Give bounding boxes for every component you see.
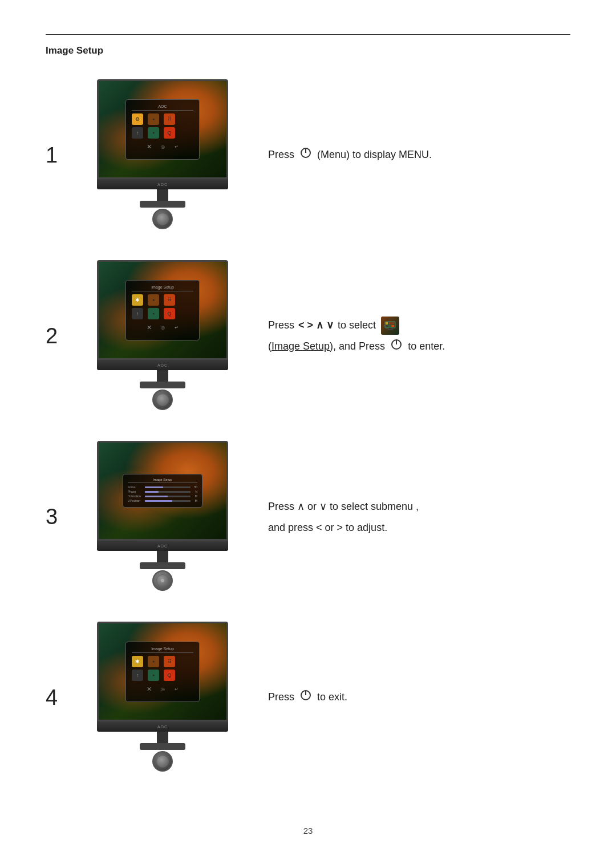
menu-icon-2-6: ▪ — [148, 308, 159, 319]
menu-overlay-3: Image Setup Focus 50 Phase N — [99, 443, 226, 539]
monitor-screen-inner-1: AOC ⚙ ▪ ⠿ ↑ ▪ Q — [99, 81, 226, 177]
step3-line2: and press < or > to adjust. — [268, 520, 570, 536]
step-image-1: AOC ⚙ ▪ ⠿ ↑ ▪ Q — [91, 79, 234, 232]
menu-panel-1: AOC ⚙ ▪ ⠿ ↑ ▪ Q — [125, 99, 200, 160]
monitor-screen-4: Image Setup ✱ ▪ ⠿ ↑ ▪ Q — [97, 622, 228, 721]
menu-icon-2-3: ⠿ — [164, 294, 175, 306]
step-description-4: Press to exit. — [268, 689, 570, 707]
monitor-button-inner-4 — [156, 755, 169, 768]
monitor-brand-3: AOC — [157, 544, 168, 548]
step2-enter: to enter. — [408, 340, 445, 352]
monitor-neck-1 — [157, 189, 168, 201]
bar-row-1: Focus 50 — [128, 485, 197, 489]
monitor-button-3 — [152, 570, 173, 591]
monitor-bottom-bar-3: AOC — [97, 541, 228, 551]
menu-icon-2: ▪ — [148, 113, 159, 125]
power-icon-1 — [299, 147, 312, 164]
step-number-4: 4 — [46, 685, 91, 710]
monitor-button-wrap-2 — [91, 390, 234, 410]
bar-val-3: M — [192, 494, 197, 498]
menu-overlay-2: Image Setup ✱ ▪ ⠿ ↑ ▪ Q — [99, 262, 226, 358]
monitor-button-wrap-1 — [91, 209, 234, 229]
step-image-2: Image Setup ✱ ▪ ⠿ ↑ ▪ Q — [91, 260, 234, 412]
monitor-button-inner-1 — [156, 213, 169, 225]
menu-icon-2-2: ▪ — [148, 294, 159, 306]
monitor-bottom-bar-4: AOC — [97, 721, 228, 732]
step-description-1: Press (Menu) to display MENU. — [268, 147, 570, 164]
monitor-button-wrap-3 — [91, 570, 234, 591]
menu-header-4: Image Setup — [132, 647, 193, 653]
monitor-neck-4 — [157, 732, 168, 743]
monitor-base-3 — [140, 562, 185, 569]
menu-icon-2-circle: ◎ — [157, 322, 168, 334]
menu-icon-arrow: ↵ — [171, 141, 182, 153]
step-number-1: 1 — [46, 143, 91, 168]
inline-img-icon-overlay — [381, 317, 399, 335]
image-setup-inline-icon — [381, 317, 399, 335]
menu-icon-2-arrow: ↵ — [171, 322, 182, 334]
svg-rect-3 — [386, 322, 388, 324]
monitor-neck-2 — [157, 370, 168, 382]
monitor-screen-inner-2: Image Setup ✱ ▪ ⠿ ↑ ▪ Q — [99, 262, 226, 358]
nav-lt: < > ∧ ∨ — [298, 319, 337, 331]
menu-icon-2-7: Q — [164, 308, 175, 319]
monitor-brand-4: AOC — [157, 725, 168, 729]
monitor-neck-3 — [157, 551, 168, 562]
step2-line1: Press < > ∧ ∨ to select — [268, 317, 570, 335]
page-number: 23 — [303, 826, 313, 835]
step2-line2: (Image Setup), and Press to enter. — [268, 338, 570, 356]
monitor-wrap-1: AOC ⚙ ▪ ⠿ ↑ ▪ Q — [91, 79, 234, 229]
menu-icon-2-5: ↑ — [132, 308, 143, 319]
monitor-button-4 — [152, 751, 173, 772]
svg-rect-10 — [387, 329, 393, 330]
step1-suffix: (Menu) to display MENU. — [317, 149, 432, 160]
menu-overlay-1: AOC ⚙ ▪ ⠿ ↑ ▪ Q — [99, 81, 226, 177]
svg-rect-4 — [388, 322, 391, 324]
monitor-screen-inner-4: Image Setup ✱ ▪ ⠿ ↑ ▪ Q — [99, 623, 226, 720]
menu-icon-4-2: ▪ — [148, 656, 159, 667]
step4-suffix: to exit. — [317, 691, 347, 703]
svg-rect-9 — [389, 328, 391, 329]
monitor-button-wrap-4 — [91, 751, 234, 772]
bar-track-1 — [145, 486, 191, 488]
monitor-wrap-3: Image Setup Focus 50 Phase N — [91, 441, 234, 591]
monitor-bottom-bar-2: AOC — [97, 360, 228, 370]
step-description-3: Press ∧ or ∨ to select submenu , and pre… — [268, 498, 570, 536]
bar-fill-2 — [145, 491, 159, 493]
page-container: Image Setup 1 AOC ⚙ ▪ ⠿ — [0, 0, 616, 837]
bar-label-4: V.Position — [128, 499, 144, 502]
bar-track-4 — [145, 500, 191, 502]
svg-rect-7 — [388, 325, 391, 327]
bar-fill-3 — [145, 496, 168, 497]
menu-icon-4-8 — [180, 670, 191, 681]
monitor-wrap-2: Image Setup ✱ ▪ ⠿ ↑ ▪ Q — [91, 260, 234, 410]
step2-to-select: to select — [338, 319, 376, 331]
menu-overlay-4: Image Setup ✱ ▪ ⠿ ↑ ▪ Q — [99, 623, 226, 720]
menu-icon-4-5: ↑ — [132, 670, 143, 681]
button-dot-3 — [161, 579, 164, 582]
step-description-2: Press < > ∧ ∨ to select — [268, 317, 570, 356]
monitor-screen-inner-3: Image Setup Focus 50 Phase N — [99, 443, 226, 539]
monitor-brand-2: AOC — [157, 363, 168, 367]
power-icon-2 — [390, 338, 403, 356]
menu-grid-4: ✱ ▪ ⠿ ↑ ▪ Q — [132, 656, 193, 681]
top-rule — [46, 34, 570, 35]
menu-panel-4: Image Setup ✱ ▪ ⠿ ↑ ▪ Q — [125, 642, 200, 702]
monitor-screen-1: AOC ⚙ ▪ ⠿ ↑ ▪ Q — [97, 79, 228, 179]
menu-row-icons-4: ✕ ◎ ↵ — [132, 684, 193, 695]
menu-icon-4-1: ✱ — [132, 656, 143, 667]
submenu-header-3: Image Setup — [128, 478, 197, 483]
bar-track-3 — [145, 496, 191, 497]
menu-icon-2-4 — [180, 294, 191, 306]
menu-icon-4 — [180, 113, 191, 125]
menu-header-2: Image Setup — [132, 285, 193, 291]
menu-icon-8 — [180, 127, 191, 139]
monitor-base-2 — [140, 382, 185, 388]
menu-icon-circle: ◎ — [157, 141, 168, 153]
svg-rect-5 — [391, 322, 394, 324]
menu-icon-4-3: ⠿ — [164, 656, 175, 667]
menu-icon-2-x: ✕ — [143, 322, 155, 334]
bar-label-2: Phase — [128, 490, 144, 493]
section-title: Image Setup — [46, 45, 570, 56]
svg-rect-6 — [386, 325, 388, 327]
